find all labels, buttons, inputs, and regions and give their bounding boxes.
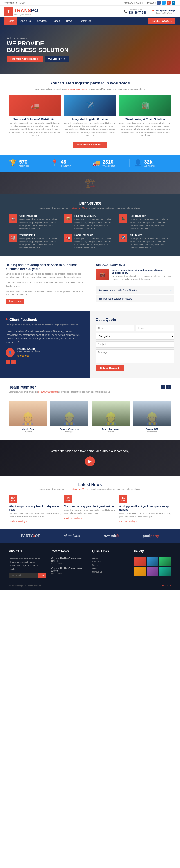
team-section: Team Member Lorem ipsum dolor sit amet, … (0, 378, 180, 440)
service-card-title-1: Transport Solution & Distribution (9, 118, 61, 121)
service-img-transport: 🚛 (9, 95, 61, 116)
gallery-thumb-2[interactable] (147, 557, 158, 566)
welcome-text: Welcome To Transpo (4, 2, 26, 4)
social-facebook[interactable]: f (157, 1, 160, 4)
gallery-thumb-6[interactable] (159, 567, 171, 576)
nav-news[interactable]: News (63, 17, 76, 25)
footer-link-contact[interactable]: Contact Us (92, 571, 130, 573)
brand-2[interactable]: plum films (64, 534, 80, 538)
team-prev-button[interactable]: ‹ (161, 385, 166, 390)
feedback-name: RASHID KABIR (17, 347, 40, 350)
rail-title: Rail Transport (130, 214, 171, 217)
hero-buttons: Read More About Transpo ↓ Our Videos Now (7, 56, 173, 62)
footer-link-news[interactable]: News (92, 567, 130, 569)
news-card-desc-1: Lorem ipsum dolor sit amet, use no elimu… (9, 512, 61, 518)
quote-email-input[interactable] (136, 325, 174, 331)
footer-about-text: Lorem ipsum dolor sit amet use no elimum… (9, 557, 46, 571)
news-date-3: 15 APR (119, 495, 128, 503)
footer-link-services[interactable]: Services (92, 564, 130, 566)
hero-primary-button[interactable]: Read More About Transpo ↓ (7, 56, 43, 62)
phone-contact: 📞 Call anytime 24/7 336 4947 549 (123, 9, 147, 14)
accordion-1[interactable]: Awesome feature with Great Service + (96, 286, 175, 294)
request-quote-button[interactable]: REQUEST A QUOTE (148, 18, 176, 24)
feedback-stars: ★★★★★ (17, 354, 40, 358)
nav-about[interactable]: About Us (17, 17, 34, 25)
quote-categories-select[interactable]: Categories (96, 333, 174, 340)
best-item: 📸 Lorem ipsum dolor sit amet, use no eli… (96, 269, 175, 284)
ship-icon: 🚢 (11, 216, 15, 221)
rail-icon-box: 🚂 (119, 214, 128, 222)
footer-news-title-2[interactable]: Why You Healthy Choose transpo service (50, 567, 88, 572)
feedback-role: Managing Director of Ops (17, 350, 40, 352)
social-linkedin[interactable]: in (172, 1, 176, 4)
hero-section: Welcome to Transpo WE PROVIDE BUSINESS S… (0, 25, 180, 74)
team-card-2: 👷 James Cameron Manager (50, 401, 88, 433)
learn-more-button[interactable]: Learn More (6, 299, 24, 304)
gallery-thumb-5[interactable] (147, 567, 158, 576)
quote-subject-input[interactable] (96, 341, 174, 347)
logo-icon: T (4, 7, 12, 16)
footer-news-title-1[interactable]: Why You Healthy Choose transpo service (50, 557, 88, 562)
quote-mark-icon: ❝ (6, 318, 8, 322)
service-card-desc-3: Lorem ipsum dolor sit amet, use no elimu… (119, 122, 171, 137)
plane-icon: ✈️ (121, 236, 125, 240)
gallery-thumb-3[interactable] (159, 557, 171, 566)
stat-label-workers: WORKERS (144, 165, 155, 167)
quote-name-input[interactable] (96, 325, 134, 331)
news-card-title-3: A thing you will not get in company exce… (119, 505, 171, 511)
team-title: Team Member (9, 385, 110, 390)
gallery-thumb-1[interactable] (134, 557, 146, 566)
quote-message-input[interactable] (96, 349, 174, 363)
nav-contact[interactable]: Contact Us (76, 17, 94, 25)
brand-4[interactable]: poolparty (143, 534, 159, 538)
footer-link-about[interactable]: About Us (92, 561, 130, 563)
stat-number-country: 48 (61, 159, 71, 165)
quote-title: Get a Quote (96, 318, 174, 322)
brand-1[interactable]: PARTY3OT (21, 534, 40, 538)
more-details-button[interactable]: More Details About Us + (73, 142, 108, 148)
social-google[interactable]: g (167, 1, 171, 4)
about-desc-1: Lorem ipsum dolor sit amet, use no elimu… (6, 272, 84, 279)
about-link[interactable]: About Us (123, 2, 133, 4)
news-read-more-1[interactable]: Continue Reading + (9, 520, 27, 523)
play-button[interactable]: ▶ (85, 456, 95, 466)
social-twitter[interactable]: t (162, 1, 166, 4)
service-card-desc-1: Lorem ipsum dolor sit amet, use no elimu… (9, 122, 61, 137)
avatar: 👤 (6, 348, 14, 357)
truck-icon: 🚚 (93, 159, 100, 167)
stat-number-workers: 32k (144, 159, 155, 165)
hero-content: Welcome to Transpo WE PROVIDE BUSINESS S… (7, 37, 173, 61)
accordion-2[interactable]: Big Transport service in history + (96, 295, 175, 302)
news-read-more-2[interactable]: Continue Reading + (64, 517, 82, 519)
contact-sub: Brooklyn, New York (156, 12, 176, 14)
road-icon: 🚛 (66, 236, 70, 240)
nav-home[interactable]: Home (4, 17, 17, 25)
gallery-thumb-4[interactable] (134, 567, 146, 576)
footer-link-home[interactable]: Home (92, 557, 130, 559)
package-icon: 📦 (66, 216, 70, 221)
nav-services[interactable]: Services (34, 17, 50, 25)
team-nav: ‹ › (161, 385, 171, 390)
nav-pages[interactable]: Pages (50, 17, 63, 25)
gallery-link[interactable]: Gallery (136, 2, 143, 4)
logo[interactable]: T TRANSPO Best Logistic Service (4, 7, 38, 16)
services-grid: 🚛 Transport Solution & Distribution Lore… (9, 95, 171, 137)
warehouse-title: Warehousing (20, 234, 61, 236)
feedback-next-button[interactable]: › (11, 360, 16, 364)
hero-secondary-button[interactable]: Our Videos Now (45, 56, 69, 62)
news-card-3: 15 APR A thing you will not get in compa… (119, 495, 171, 523)
brand-3[interactable]: swatch© (104, 534, 119, 538)
news-read-more-3[interactable]: Continue Reading + (119, 520, 137, 523)
team-next-button[interactable]: › (167, 385, 171, 390)
investors-link[interactable]: Investors (146, 2, 156, 4)
footer-subscribe-input[interactable] (9, 573, 38, 578)
feedback-prev-button[interactable]: ‹ (6, 360, 10, 364)
submit-request-button[interactable]: Submit Request (96, 365, 123, 371)
address-contact: 📍 Bangkai College Brooklyn, New York (151, 9, 176, 14)
footer-gallery-title: Gallery (134, 549, 144, 555)
footer-subscribe-button[interactable]: GO (38, 573, 46, 578)
team-photo-3: 👷 (92, 401, 130, 426)
footer-news-date-2: April 11, 2016 (50, 573, 88, 575)
news-section: Latest News Lorem ipsum dolor sit amet, … (0, 476, 180, 529)
our-service-section: Our Service Lorem ipsum dolor sit amet, … (0, 194, 180, 256)
